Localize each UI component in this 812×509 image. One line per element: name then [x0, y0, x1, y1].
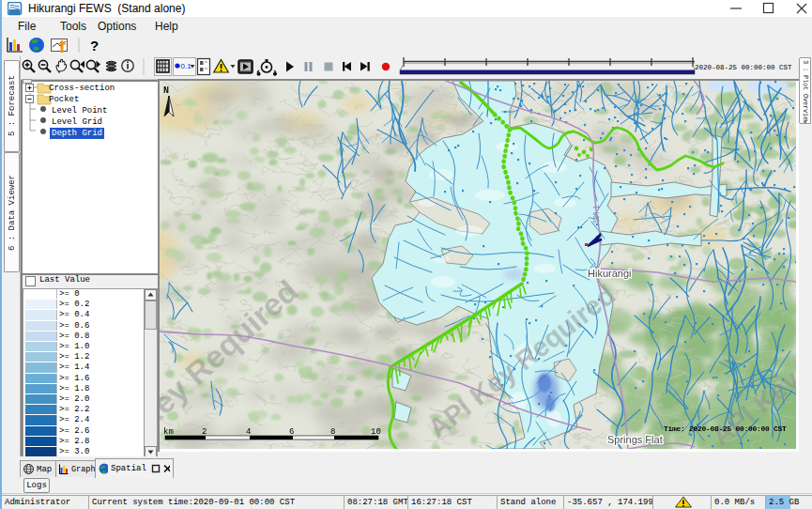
svg-text:0.1: 0.1 [181, 62, 192, 70]
svg-text:2020-08-25 00:00:00 CST: 2020-08-25 00:00:00 CST [695, 64, 792, 71]
svg-text:Hikurangi: Hikurangi [588, 268, 631, 279]
svg-text:8: 8 [330, 427, 335, 437]
svg-text:km: km [163, 427, 174, 437]
svg-text:4: 4 [246, 427, 251, 437]
svg-text:N: N [163, 85, 169, 96]
svg-text:Time: 2020-08-25 00:00:00 CST: Time: 2020-08-25 00:00:00 CST [664, 424, 787, 433]
svg-text:10: 10 [371, 427, 381, 437]
svg-text:2: 2 [202, 427, 207, 437]
svg-text:Springs Flat: Springs Flat [607, 434, 663, 445]
svg-text:6: 6 [289, 427, 294, 437]
svg-text:SH 1: SH 1 [591, 205, 601, 224]
svg-text:?: ? [90, 38, 99, 54]
